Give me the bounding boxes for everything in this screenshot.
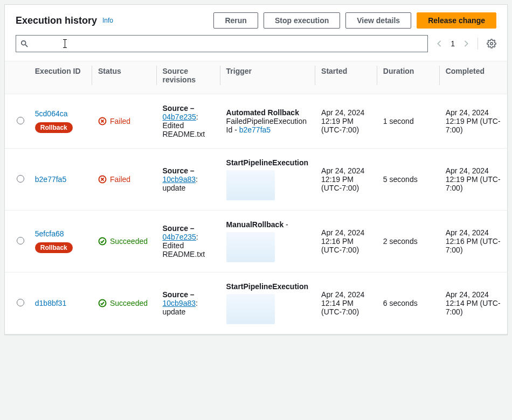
- completed-cell: Apr 24, 2024 12:14 PM (UTC-7:00): [439, 272, 507, 334]
- search-icon: [20, 40, 28, 47]
- status-label: Failed: [110, 175, 130, 184]
- status-cell: Succeeded: [92, 272, 156, 334]
- source-label: Source –: [163, 224, 213, 233]
- text-cursor: [65, 39, 65, 48]
- status-cell: Failed: [92, 149, 156, 211]
- trigger-link[interactable]: b2e77fa5: [239, 125, 271, 134]
- source-revision-line: 10cb9a83: update: [163, 299, 213, 316]
- source-revision-line: 10cb9a83: update: [163, 175, 213, 192]
- col-trigger[interactable]: Trigger: [220, 61, 315, 94]
- pager-next-icon[interactable]: [463, 40, 469, 47]
- rollback-badge: Rollback: [35, 122, 73, 133]
- trigger-subtext: FailedPipelineExecutionId - b2e77fa5: [226, 117, 308, 134]
- completed-cell: Apr 24, 2024 12:19 PM (UTC-7:00): [439, 149, 507, 211]
- duration-cell: 2 seconds: [377, 211, 439, 272]
- source-revision-link[interactable]: 10cb9a83: [163, 175, 196, 184]
- status-indicator: Succeeded: [98, 237, 150, 246]
- source-revisions-cell: Source –10cb9a83: update: [156, 272, 220, 334]
- row-select-radio[interactable]: [17, 237, 24, 244]
- rollback-badge: Rollback: [35, 242, 73, 253]
- search-box[interactable]: [16, 35, 428, 52]
- col-select: [5, 61, 29, 94]
- col-execution-id[interactable]: Execution ID: [29, 61, 92, 94]
- source-label: Source –: [163, 290, 213, 299]
- svg-point-2: [490, 43, 493, 45]
- status-label: Failed: [110, 117, 130, 125]
- pager-prev-icon[interactable]: [437, 40, 442, 47]
- rerun-button[interactable]: Rerun: [213, 12, 258, 29]
- redacted-block: [226, 232, 275, 262]
- toolbar-divider: [478, 38, 478, 50]
- search-input[interactable]: [28, 39, 423, 48]
- status-indicator: Failed: [98, 175, 150, 184]
- svg-line-1: [25, 45, 27, 47]
- execution-id-link[interactable]: 5cd064ca: [35, 109, 68, 118]
- table-row: 5cd064caRollbackFailedSource –04b7e235: …: [5, 94, 507, 149]
- status-label: Succeeded: [110, 299, 148, 307]
- pager-page-number: 1: [447, 39, 458, 48]
- row-select-radio[interactable]: [17, 117, 24, 124]
- release-change-button[interactable]: Release change: [417, 12, 496, 29]
- trigger-title: StartPipelineExecution: [226, 158, 308, 167]
- trigger-cell: StartPipelineExecution: [220, 149, 315, 211]
- stop-execution-button[interactable]: Stop execution: [264, 12, 340, 29]
- page-title: Execution history: [16, 15, 97, 26]
- started-cell: Apr 24, 2024 12:16 PM (UTC-7:00): [315, 211, 377, 272]
- status-cell: Failed: [92, 94, 156, 149]
- execution-id-link[interactable]: d1b8bf31: [35, 299, 66, 307]
- source-revision-line: 04b7e235: Edited README.txt: [163, 233, 213, 258]
- source-revision-link[interactable]: 04b7e235: [163, 113, 196, 121]
- col-status[interactable]: Status: [92, 61, 156, 94]
- col-source-revisions[interactable]: Source revisions: [156, 61, 220, 94]
- source-revision-link[interactable]: 04b7e235: [163, 233, 196, 241]
- started-cell: Apr 24, 2024 12:14 PM (UTC-7:00): [315, 272, 377, 334]
- duration-cell: 1 second: [377, 94, 439, 149]
- trigger-cell: Automated RollbackFailedPipelineExecutio…: [220, 94, 315, 149]
- row-select-radio[interactable]: [17, 175, 24, 183]
- pager: 1: [437, 39, 469, 48]
- status-cell: Succeeded: [92, 211, 156, 272]
- source-label: Source –: [163, 166, 213, 175]
- status-indicator: Failed: [98, 117, 150, 125]
- status-indicator: Succeeded: [98, 299, 150, 307]
- row-select-cell: [5, 149, 29, 211]
- duration-cell: 6 seconds: [377, 272, 439, 334]
- redacted-block: [226, 170, 275, 200]
- execution-id-cell: d1b8bf31: [29, 272, 92, 334]
- row-select-cell: [5, 211, 29, 272]
- col-duration[interactable]: Duration: [377, 61, 439, 94]
- source-revisions-cell: Source –04b7e235: Edited README.txt: [156, 211, 220, 272]
- source-revision-link[interactable]: 10cb9a83: [163, 299, 196, 307]
- trigger-title: Automated Rollback: [226, 108, 308, 117]
- col-started[interactable]: Started: [315, 61, 377, 94]
- execution-id-link[interactable]: b2e77fa5: [35, 175, 66, 184]
- table-row: 5efcfa68RollbackSucceededSource –04b7e23…: [5, 211, 507, 272]
- duration-cell: 5 seconds: [377, 149, 439, 211]
- execution-id-cell: 5efcfa68Rollback: [29, 211, 92, 272]
- redacted-block: [226, 294, 275, 324]
- succeeded-icon: [98, 299, 107, 307]
- table-row: d1b8bf31SucceededSource –10cb9a83: updat…: [5, 272, 507, 334]
- failed-icon: [98, 175, 107, 184]
- execution-id-link[interactable]: 5efcfa68: [35, 229, 64, 238]
- panel-header: Execution history Info Rerun Stop execut…: [5, 5, 507, 35]
- svg-point-0: [22, 41, 26, 45]
- header-buttons: Rerun Stop execution View details Releas…: [213, 12, 496, 29]
- trigger-cell: ManualRollback -: [220, 211, 315, 272]
- trigger-cell: StartPipelineExecution: [220, 272, 315, 334]
- trigger-title: ManualRollback -: [226, 220, 308, 229]
- executions-table: Execution ID Status Source revisions Tri…: [5, 61, 507, 334]
- source-revision-line: 04b7e235: Edited README.txt: [163, 113, 213, 138]
- row-select-cell: [5, 272, 29, 334]
- view-details-button[interactable]: View details: [345, 12, 411, 29]
- gear-icon: [487, 39, 496, 48]
- row-select-radio[interactable]: [17, 299, 24, 306]
- succeeded-icon: [98, 237, 107, 246]
- source-revisions-cell: Source –10cb9a83: update: [156, 149, 220, 211]
- completed-cell: Apr 24, 2024 12:16 PM (UTC-7:00): [439, 211, 507, 272]
- settings-button[interactable]: [487, 39, 496, 48]
- info-link[interactable]: Info: [102, 17, 113, 24]
- col-completed[interactable]: Completed: [439, 61, 507, 94]
- completed-cell: Apr 24, 2024 12:19 PM (UTC-7:00): [439, 94, 507, 149]
- status-label: Succeeded: [110, 237, 148, 246]
